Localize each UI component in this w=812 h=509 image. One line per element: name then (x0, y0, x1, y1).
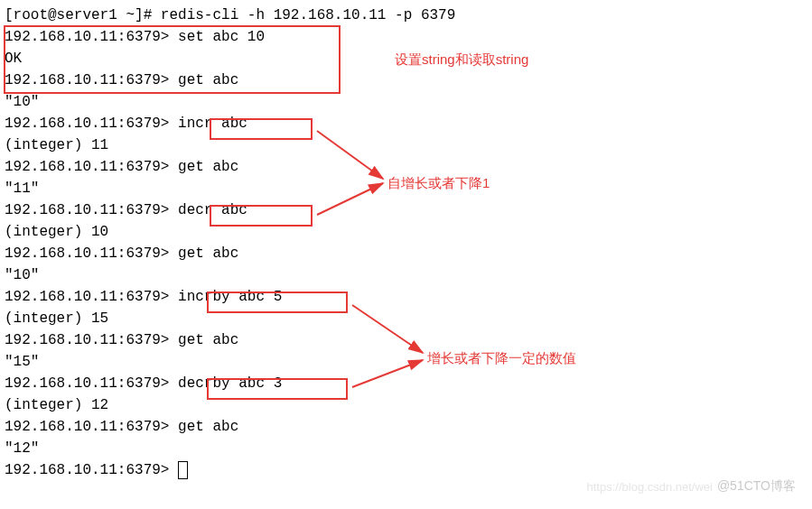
terminal-line: "10" (5, 264, 807, 286)
highlight-box-decrby (207, 378, 348, 400)
terminal-line: (integer) 10 (5, 221, 807, 243)
terminal-line: "10" (5, 91, 807, 113)
highlight-box-decr (210, 205, 313, 227)
cursor-icon (178, 461, 188, 479)
highlight-box-incr (210, 118, 313, 140)
highlight-box-setget (4, 25, 341, 94)
highlight-box-incrby (207, 292, 348, 313)
watermark-text: https://blog.csdn.net/wei (587, 478, 713, 496)
prompt: 192.168.10.11:6379> (5, 375, 178, 392)
terminal-line: "12" (5, 438, 807, 459)
terminal-line: 192.168.10.11:6379> decr abc (5, 199, 807, 221)
annotation-by: 增长或者下降一定的数值 (427, 348, 576, 369)
terminal-line: 192.168.10.11:6379> incr abc (5, 113, 807, 134)
prompt: 192.168.10.11:6379> (5, 289, 178, 305)
terminal-line: (integer) 11 (5, 134, 807, 156)
terminal-line: 192.168.10.11:6379> get abc (5, 243, 807, 264)
terminal-line: 192.168.10.11:6379> decrby abc 3 (5, 373, 807, 394)
terminal-line: "15" (5, 351, 807, 373)
prompt: 192.168.10.11:6379> (5, 202, 178, 218)
annotation-setget: 设置string和读取string (395, 50, 528, 70)
watermark-text: @51CTO博客 (717, 477, 796, 495)
terminal-line: (integer) 15 (5, 308, 807, 329)
prompt: 192.168.10.11:6379> (5, 462, 178, 478)
terminal-line: (integer) 12 (5, 394, 807, 416)
terminal-line: 192.168.10.11:6379> get abc (5, 416, 807, 438)
prompt: 192.168.10.11:6379> (5, 116, 178, 132)
terminal-line: 192.168.10.11:6379> get abc (5, 329, 807, 351)
terminal-line: [root@server1 ~]# redis-cli -h 192.168.1… (5, 5, 807, 26)
annotation-incrdecr: 自增长或者下降1 (387, 173, 490, 194)
terminal-line: 192.168.10.11:6379> incrby abc 5 (5, 286, 807, 308)
